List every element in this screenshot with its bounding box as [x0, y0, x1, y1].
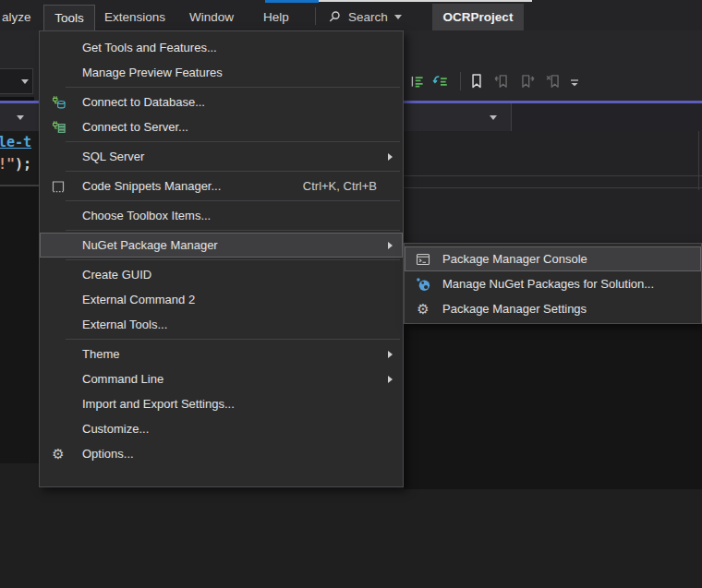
- menu-item-label: Code Snippets Manager...: [82, 179, 221, 193]
- menu-item-label: Manage Preview Features: [82, 66, 223, 79]
- toolbar-combobox[interactable]: [0, 68, 33, 94]
- previous-bookmark-icon[interactable]: [493, 73, 510, 90]
- toolbar-overflow-icon[interactable]: [568, 77, 585, 93]
- menu-item-theme[interactable]: Theme: [40, 342, 403, 366]
- connect-server-icon: [50, 120, 67, 135]
- menu-separator: [66, 87, 400, 88]
- nuget-icon: [415, 277, 431, 292]
- menu-item-label: Create GUID: [82, 268, 151, 282]
- menu-item-label: Connect to Server...: [82, 120, 188, 134]
- menubar-item-analyze-partial[interactable]: alyze: [2, 5, 31, 30]
- menu-item-label: Connect to Database...: [82, 95, 205, 109]
- search-dropdown-caret-icon: [394, 15, 402, 19]
- menu-item-label: Package Manager Console: [442, 252, 587, 266]
- menu-item-label: Package Manager Settings: [442, 302, 587, 316]
- menu-item-code-snippets-manager[interactable]: Code Snippets Manager... Ctrl+K, Ctrl+B: [40, 174, 403, 198]
- menu-item-choose-toolbox-items[interactable]: Choose Toolbox Items...: [40, 203, 403, 228]
- menu-item-label: Get Tools and Features...: [82, 41, 217, 54]
- menubar-item-tools[interactable]: Tools: [43, 5, 95, 30]
- submenu-arrow-icon: [388, 376, 393, 383]
- menu-separator: [66, 339, 400, 340]
- submenu-item-package-manager-console[interactable]: Package Manager Console: [405, 246, 701, 271]
- menu-item-label: Options...: [82, 447, 134, 461]
- menu-item-command-line[interactable]: Command Line: [40, 366, 403, 391]
- lower-editor-region: [404, 324, 702, 489]
- combobox-caret-icon: [21, 79, 29, 84]
- menu-separator: [66, 200, 400, 201]
- menu-item-external-tools[interactable]: External Tools...: [40, 312, 403, 337]
- gear-icon: ⚙: [50, 447, 67, 462]
- menu-separator: [66, 171, 400, 172]
- console-icon: [415, 252, 431, 267]
- right-panel: [404, 131, 702, 243]
- menu-item-sql-server[interactable]: SQL Server: [40, 144, 403, 169]
- menu-item-connect-to-database[interactable]: Connect to Database...: [40, 90, 403, 114]
- menubar: alyze Extensions Window Help Search OCRP…: [0, 0, 702, 30]
- code-snippets-icon: [50, 179, 67, 194]
- code-line-1: le-t: [0, 134, 31, 150]
- menu-item-manage-preview-features[interactable]: Manage Preview Features: [40, 60, 403, 85]
- menu-item-connect-to-server[interactable]: Connect to Server...: [40, 114, 403, 139]
- nav-left-caret-icon: [17, 115, 24, 120]
- menu-item-label: Import and Export Settings...: [82, 397, 235, 411]
- submenu-item-package-manager-settings[interactable]: ⚙ Package Manager Settings: [405, 296, 701, 321]
- menu-item-label: NuGet Package Manager: [82, 238, 218, 252]
- menubar-item-window[interactable]: Window: [189, 5, 234, 30]
- menu-item-label: Choose Toolbox Items...: [82, 209, 211, 222]
- search-box[interactable]: Search: [328, 5, 402, 29]
- submenu-arrow-icon: [388, 242, 393, 249]
- search-icon: [328, 10, 342, 24]
- editor-lower-slice: [0, 186, 39, 463]
- menu-item-label: Customize...: [82, 422, 149, 436]
- code-line-2: !");: [0, 156, 31, 173]
- toggle-bookmark-icon[interactable]: [468, 73, 485, 90]
- tools-menu: Get Tools and Features... Manage Preview…: [39, 30, 404, 487]
- panel-divider: [404, 175, 702, 176]
- menubar-item-extensions[interactable]: Extensions: [104, 5, 165, 30]
- menu-item-label: External Tools...: [82, 318, 167, 331]
- submenu-arrow-icon: [388, 153, 393, 161]
- nav-right-caret-icon: [490, 115, 497, 120]
- menu-item-label: SQL Server: [82, 150, 144, 163]
- menu-separator: [66, 259, 400, 260]
- connect-database-icon: [50, 95, 67, 110]
- panel-edge: [698, 131, 699, 190]
- menu-item-customize[interactable]: Customize...: [40, 416, 403, 441]
- code-editor[interactable]: le-t !");: [0, 131, 39, 185]
- gear-icon: ⚙: [415, 302, 431, 317]
- menu-item-nuget-package-manager[interactable]: NuGet Package Manager: [40, 233, 403, 258]
- menu-item-label: Manage NuGet Packages for Solution...: [442, 277, 654, 291]
- menu-item-get-tools-and-features[interactable]: Get Tools and Features...: [40, 35, 403, 60]
- toolbar-list-icon[interactable]: [409, 73, 426, 90]
- nuget-submenu: Package Manager Console Manage NuGet Pac…: [404, 243, 702, 324]
- top-accent-blue: [265, 0, 319, 3]
- panel-divider: [404, 187, 702, 188]
- toolbar-separator: [460, 72, 461, 90]
- menubar-divider: [315, 7, 316, 25]
- vs-window: alyze Extensions Window Help Search OCRP…: [0, 0, 702, 588]
- menu-item-label: Theme: [82, 347, 119, 361]
- menu-item-label: External Command 2: [82, 293, 195, 306]
- menu-item-external-command-2[interactable]: External Command 2: [40, 287, 403, 312]
- menu-separator: [66, 141, 400, 142]
- menu-item-create-guid[interactable]: Create GUID: [40, 262, 403, 287]
- menu-item-import-and-export-settings[interactable]: Import and Export Settings...: [40, 391, 403, 416]
- next-bookmark-icon[interactable]: [519, 73, 536, 90]
- top-accent-white: [319, 0, 532, 2]
- submenu-arrow-icon: [388, 351, 393, 358]
- clear-bookmarks-icon[interactable]: [545, 73, 562, 90]
- menu-separator: [66, 230, 400, 231]
- toolbar-list-arrow-icon[interactable]: [432, 73, 449, 90]
- submenu-item-manage-nuget-packages-for-solution[interactable]: Manage NuGet Packages for Solution...: [405, 271, 701, 296]
- project-button[interactable]: OCRProject: [432, 4, 524, 30]
- menubar-item-help[interactable]: Help: [263, 5, 289, 30]
- menu-item-label: Command Line: [82, 372, 163, 386]
- search-label: Search: [348, 10, 388, 24]
- menu-shortcut: Ctrl+K, Ctrl+B: [303, 179, 377, 193]
- menu-item-options[interactable]: ⚙ Options...: [40, 441, 403, 466]
